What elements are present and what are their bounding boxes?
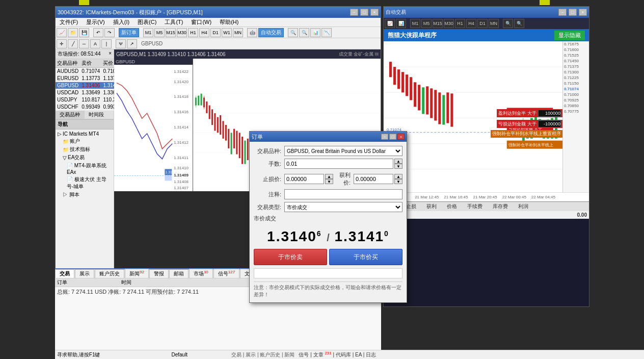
crosshair-btn[interactable]: ✛: [57, 39, 67, 48]
tb-m15[interactable]: M15: [166, 28, 176, 37]
right-close-btn[interactable]: ×: [579, 9, 587, 16]
level-2-input[interactable]: [538, 120, 561, 127]
tab-trade[interactable]: 交易: [55, 269, 74, 278]
level-1-input[interactable]: [538, 110, 561, 117]
tab-signals[interactable]: 信号127: [213, 269, 239, 278]
right-m1[interactable]: M1: [410, 19, 420, 28]
dialog-close[interactable]: ×: [397, 134, 405, 140]
symbol-gbpusd: GBPUSD: [56, 82, 80, 89]
menu-chart[interactable]: 图表(C): [136, 18, 158, 26]
nav-scripts[interactable]: ▷ 脚本: [57, 191, 113, 199]
svg-rect-62: [397, 69, 400, 89]
redo-btn[interactable]: ↷: [104, 28, 115, 37]
save-btn[interactable]: 💾: [79, 28, 89, 37]
right-m5[interactable]: M5: [421, 19, 432, 28]
right-tb-zoom[interactable]: 🔍: [503, 19, 513, 28]
right-min-btn[interactable]: −: [558, 9, 567, 16]
tab-mail[interactable]: 邮箱: [169, 269, 189, 278]
dialog-ordertype-select[interactable]: 市价成交: [284, 202, 403, 212]
line-btn[interactable]: ╱: [68, 39, 78, 48]
sell-market-button[interactable]: 于市价卖: [254, 249, 327, 265]
nav-ea-jisu[interactable]: 📄 极速大伏 主导号-城单: [57, 175, 113, 191]
nav-ea[interactable]: ▽ EA交易: [57, 153, 113, 162]
hline-btn[interactable]: ─: [79, 39, 89, 48]
right-h1[interactable]: H1: [455, 19, 465, 28]
arrow-btn[interactable]: ↗: [127, 39, 137, 48]
dialog-minimize[interactable]: −: [381, 134, 388, 140]
dialog-symbol-select[interactable]: GBPUSD, Great Britain Pound vs US Dollar: [284, 146, 403, 156]
tp-up-btn[interactable]: ▲: [394, 174, 403, 179]
tb-mn[interactable]: MN: [233, 28, 243, 37]
tb-m1[interactable]: M1: [143, 28, 153, 37]
text-btn[interactable]: A: [90, 39, 100, 48]
bottom-status-combined: 交易 | 展示 | 账户历史 | 新闻 信号 | 文章 231 | 代码库 | …: [229, 350, 644, 359]
right-max-btn[interactable]: □: [569, 9, 577, 16]
menu-view[interactable]: 显示(V): [84, 18, 107, 26]
tab-history[interactable]: 账户历史: [95, 269, 124, 278]
display-btn[interactable]: 显示隐藏: [554, 31, 585, 40]
right-d1[interactable]: D1: [477, 19, 488, 28]
nav-indicators[interactable]: 📁 技术指标: [57, 145, 113, 153]
nav-ea-mt4[interactable]: 📄 MT4-跟单系统EAx: [57, 162, 113, 175]
tab-display[interactable]: 展示: [75, 269, 94, 278]
svg-text:1.31422: 1.31422: [174, 69, 189, 74]
mw-close-btn[interactable]: ×: [109, 50, 112, 58]
undo-btn[interactable]: ↶: [93, 28, 103, 37]
auto-trade-label[interactable]: 自动交易: [258, 28, 284, 37]
dialog-comment-input[interactable]: [284, 189, 403, 199]
dialog-ordertype-row: 交易类型: 市价成交: [254, 202, 403, 212]
menu-file[interactable]: 文件(F): [58, 18, 80, 26]
buy-market-button[interactable]: 于市价买: [329, 249, 403, 265]
menu-insert[interactable]: 插入(I): [111, 18, 131, 26]
tab-alerts[interactable]: 警报: [149, 269, 169, 278]
nav-icmarkets[interactable]: ▷ IC Markets MT4: [57, 131, 113, 137]
stoploss-down-btn[interactable]: ▼: [325, 179, 333, 184]
dialog-stoploss-input[interactable]: [284, 174, 324, 184]
volume-up-btn[interactable]: ▲: [394, 159, 403, 164]
menu-bar: 文件(F) 显示(V) 插入(I) 图表(C) 工具(T) 窗口(W) 帮助(H…: [56, 18, 381, 27]
stoploss-up-btn[interactable]: ▲: [325, 174, 333, 179]
tp-down-btn[interactable]: ▼: [394, 179, 403, 184]
right-m30[interactable]: M30: [444, 19, 454, 28]
open-btn[interactable]: 📁: [68, 28, 78, 37]
new-chart-btn[interactable]: 📈: [57, 28, 67, 37]
svg-rect-74: [446, 92, 449, 123]
menu-window[interactable]: 窗口(W): [189, 18, 213, 26]
menu-help[interactable]: 帮助(H): [218, 18, 240, 26]
chart-btn[interactable]: 📊: [310, 28, 320, 37]
right-tb-zout[interactable]: 🔍: [514, 19, 524, 28]
svg-rect-68: [422, 87, 424, 114]
tb-d1[interactable]: D1: [210, 28, 221, 37]
dialog-maximize[interactable]: □: [389, 134, 396, 140]
auto-trade-btn[interactable]: 🤖: [247, 28, 257, 37]
zoom-out-btn[interactable]: 🔍: [299, 28, 309, 37]
tab-market[interactable]: 市场10: [189, 269, 213, 278]
tab-symbols[interactable]: 交易品种: [56, 111, 85, 119]
right-h4[interactable]: H4: [466, 19, 476, 28]
menu-tools[interactable]: 工具(T): [163, 18, 185, 26]
minimize-button[interactable]: −: [350, 9, 358, 16]
tab-timeframe[interactable]: 时间段: [85, 111, 108, 119]
right-m15[interactable]: M15: [433, 19, 443, 28]
right-mn[interactable]: MN: [489, 19, 499, 28]
new-order-btn[interactable]: 新订单: [119, 28, 139, 37]
tb-m5[interactable]: M5: [154, 28, 165, 37]
dialog-tp-input[interactable]: [354, 174, 393, 184]
tb-w1[interactable]: W1: [222, 28, 232, 37]
indicator-btn[interactable]: 📉: [321, 28, 332, 37]
tb-h1[interactable]: H1: [188, 28, 198, 37]
close-button[interactable]: ×: [370, 9, 379, 16]
nav-account[interactable]: 📁 账户: [57, 137, 113, 145]
svg-rect-30: [220, 115, 221, 135]
dialog-volume-input[interactable]: [284, 159, 393, 169]
tb-m30[interactable]: M30: [177, 28, 187, 37]
volume-down-btn[interactable]: ▼: [394, 164, 403, 169]
right-tb-2[interactable]: 📊: [396, 19, 406, 28]
right-tb-1[interactable]: 📈: [385, 19, 395, 28]
fib-btn[interactable]: Ψ: [116, 39, 126, 48]
tab-news[interactable]: 新闻92: [125, 269, 149, 278]
period-sep-btn[interactable]: |: [101, 39, 112, 48]
maximize-button[interactable]: □: [360, 9, 368, 16]
tb-h4[interactable]: H4: [199, 28, 209, 37]
zoom-in-btn[interactable]: 🔍: [288, 28, 298, 37]
